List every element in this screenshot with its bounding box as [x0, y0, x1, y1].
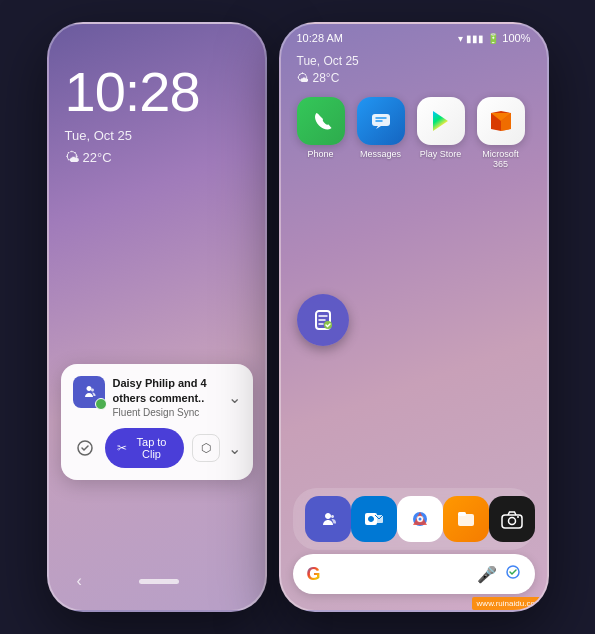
lock-temp: 22°C: [83, 150, 112, 165]
app-grid-top: Phone Messages: [281, 97, 547, 169]
notif-subtitle: Fluent Design Sync: [113, 407, 220, 418]
notif-badge: [95, 398, 107, 410]
svg-point-14: [517, 516, 519, 518]
clip-btn-icon: ✂: [117, 441, 127, 455]
app-item-messages[interactable]: Messages: [357, 97, 405, 169]
app-item-phone[interactable]: Phone: [297, 97, 345, 169]
lock-time: 10:28: [65, 64, 249, 120]
teams-app-icon: [73, 376, 105, 408]
back-arrow-icon[interactable]: ‹: [77, 572, 82, 590]
notif-expand-btn[interactable]: ⌄: [228, 439, 241, 458]
notif-secondary-action[interactable]: ⬡: [192, 434, 220, 462]
notif-header: Daisy Philip and 4 others comment.. Flue…: [73, 376, 241, 418]
google-g-logo: G: [307, 564, 321, 585]
svg-point-13: [508, 518, 515, 525]
status-bar: 10:28 AM ▾ ▮▮▮ 🔋 100%: [281, 24, 547, 48]
home-pill[interactable]: [139, 579, 179, 584]
notification-card: Daisy Philip and 4 others comment.. Flue…: [61, 364, 253, 480]
signal-icon: ▮▮▮: [466, 33, 484, 44]
messages-app-label: Messages: [360, 149, 401, 159]
lock-weather: 🌤 22°C: [65, 149, 249, 165]
battery-pct: 100%: [502, 32, 530, 44]
m365-app-icon[interactable]: [477, 97, 525, 145]
svg-rect-1: [372, 114, 390, 126]
home-date: Tue, Oct 25: [297, 54, 531, 68]
home-weather-icon: 🌤: [297, 71, 309, 85]
notif-expand-arrow[interactable]: ⌄: [228, 388, 241, 407]
dock-item-teams[interactable]: [305, 496, 351, 542]
watermark: www.ruinaidu.com: [472, 597, 547, 610]
tap-to-clip-button[interactable]: ✂ Tap to Clip: [105, 428, 184, 468]
weather-icon: 🌤: [65, 149, 79, 165]
lens-icon[interactable]: [505, 564, 521, 584]
playstore-app-label: Play Store: [420, 149, 462, 159]
search-bar[interactable]: G 🎤: [293, 554, 535, 594]
home-screen: 10:28 AM ▾ ▮▮▮ 🔋 100% Tue, Oct 25 🌤 28°C: [281, 24, 547, 610]
home-weather: 🌤 28°C: [297, 71, 531, 85]
messages-app-icon[interactable]: [357, 97, 405, 145]
m365-app-label: Microsoft 365: [477, 149, 525, 169]
lock-bottom-nav: ‹: [49, 572, 265, 590]
dock-item-outlook[interactable]: [351, 496, 397, 542]
lock-screen: 10:28 Tue, Oct 25 🌤 22°C Daisy Ph: [49, 24, 265, 610]
status-time: 10:28 AM: [297, 32, 343, 44]
status-icons: ▾ ▮▮▮ 🔋 100%: [458, 32, 530, 44]
teams-dock-icon[interactable]: [305, 496, 351, 542]
files-dock-icon[interactable]: [443, 496, 489, 542]
dock-item-chrome[interactable]: [397, 496, 443, 542]
notif-actions: ✂ Tap to Clip ⬡ ⌄: [73, 428, 241, 468]
home-info: Tue, Oct 25 🌤 28°C: [281, 48, 547, 97]
notif-text: Daisy Philip and 4 others comment.. Flue…: [113, 376, 220, 418]
home-temp: 28°C: [313, 71, 340, 85]
dock-item-files[interactable]: [443, 496, 489, 542]
lock-screen-phone: 10:28 Tue, Oct 25 🌤 22°C Daisy Ph: [47, 22, 267, 612]
phone-app-icon[interactable]: [297, 97, 345, 145]
microphone-icon[interactable]: 🎤: [477, 565, 497, 584]
svg-point-9: [418, 518, 421, 521]
floating-clip-button[interactable]: [297, 294, 349, 346]
tap-to-clip-label: Tap to Clip: [132, 436, 172, 460]
wifi-icon: ▾: [458, 33, 463, 44]
lock-date: Tue, Oct 25: [65, 128, 249, 143]
battery-icon: 🔋: [487, 33, 499, 44]
dock-item-camera[interactable]: [489, 496, 535, 542]
app-item-m365[interactable]: Microsoft 365: [477, 97, 525, 169]
playstore-app-icon[interactable]: [417, 97, 465, 145]
dock-area: [293, 488, 535, 550]
outlook-dock-icon[interactable]: [351, 496, 397, 542]
svg-rect-11: [458, 512, 466, 516]
notif-title: Daisy Philip and 4 others comment..: [113, 376, 220, 405]
phone-app-label: Phone: [307, 149, 333, 159]
camera-dock-icon[interactable]: [489, 496, 535, 542]
clip-icon-left: [73, 436, 97, 460]
chrome-dock-icon[interactable]: [397, 496, 443, 542]
app-item-playstore[interactable]: Play Store: [417, 97, 465, 169]
home-screen-phone: 10:28 AM ▾ ▮▮▮ 🔋 100% Tue, Oct 25 🌤 28°C: [279, 22, 549, 612]
